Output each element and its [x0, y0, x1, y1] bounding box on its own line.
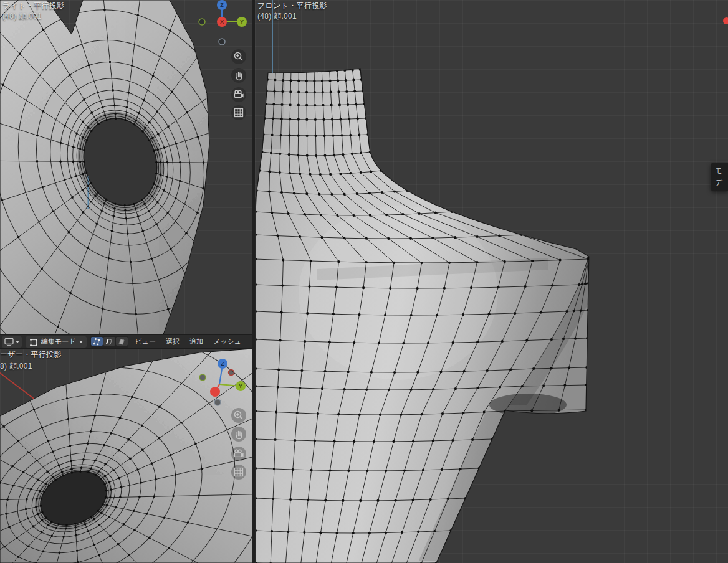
viewport-object-label: 8) 顔.001 [0, 361, 32, 372]
side-popup-item[interactable]: アク [715, 189, 728, 191]
viewport-pan-button[interactable] [231, 68, 246, 83]
viewport-grid-button[interactable] [231, 105, 246, 120]
pan-hand-icon [232, 69, 246, 82]
select-mode-group [90, 336, 128, 348]
viewport-view-label: ライト・平行投影 [2, 1, 64, 11]
viewport-view-label: フロント・平行投影 [257, 1, 327, 11]
side-popup-item[interactable]: モデ [715, 165, 728, 189]
navigation-gizmo[interactable]: Z X Y [190, 0, 252, 49]
axis-y-label: Y [239, 383, 242, 389]
dropdown-caret-icon [79, 341, 83, 343]
viewport-user-ortho[interactable]: ーザー・平行投影 8) 顔.001 Z Y [0, 349, 252, 563]
zoom-in-icon [232, 50, 246, 64]
viewport-grid-button[interactable] [231, 465, 246, 480]
viewport-camera-button[interactable] [231, 447, 246, 461]
navigation-gizmo[interactable]: Z Y [191, 356, 252, 409]
side-popup-menu: モデ アク [711, 163, 728, 191]
axis-x-handle-fragment[interactable] [723, 17, 728, 24]
menu-select[interactable]: 選択 [166, 337, 180, 346]
blender-window: ライト・平行投影 (48) 顔.001 Z X Y [0, 0, 728, 563]
dropdown-caret-icon [16, 341, 19, 343]
viewport-object-label: (48) 顔.001 [2, 11, 42, 22]
axis-neg-z-handle[interactable] [219, 39, 225, 45]
viewport-zoom-button[interactable] [231, 408, 246, 423]
grid-toggle-icon [232, 465, 246, 479]
viewport-zoom-button[interactable] [231, 49, 246, 64]
axis-neg-y-handle[interactable] [199, 19, 205, 25]
camera-view-icon [232, 88, 246, 102]
axis-y-label: Y [240, 19, 244, 25]
grid-toggle-icon [232, 106, 246, 120]
mesh-wireframe-front-view[interactable] [255, 0, 728, 563]
viewport-header: 編集モード [0, 334, 252, 349]
axis-x-label: X [220, 19, 224, 25]
axis-neg-z-handle[interactable] [214, 399, 221, 405]
zoom-in-icon [232, 409, 246, 422]
axis-neg-y-handle[interactable] [199, 374, 206, 381]
menu-mesh[interactable]: メッシュ [213, 337, 241, 346]
viewport-camera-button[interactable] [231, 87, 246, 102]
edge-select-icon [105, 337, 113, 346]
pan-hand-icon [232, 427, 246, 441]
viewport-view-label: ーザー・平行投影 [0, 349, 62, 360]
axis-neg-x-handle[interactable] [229, 370, 234, 376]
vertex-select-icon [92, 337, 101, 346]
mode-dropdown[interactable]: 編集モード [26, 336, 87, 348]
menu-view[interactable]: ビュー [135, 337, 156, 346]
menu-vertex[interactable]: 頂点 [251, 337, 252, 346]
camera-view-icon [232, 447, 246, 461]
edge-select-button[interactable] [103, 337, 115, 346]
mode-dropdown-label: 編集モード [41, 337, 76, 346]
editor-type-button[interactable] [2, 336, 22, 348]
viewport-right-ortho[interactable]: ライト・平行投影 (48) 顔.001 Z X Y [0, 0, 252, 334]
edit-mode-cube-icon [29, 338, 38, 346]
vertex-select-button[interactable] [91, 337, 103, 346]
menu-add[interactable]: 追加 [189, 337, 203, 346]
viewport-pan-button[interactable] [231, 427, 246, 442]
face-select-button[interactable] [116, 337, 128, 346]
mesh-wireframe-right-view[interactable] [0, 0, 252, 334]
viewport-divider[interactable] [252, 0, 255, 563]
axis-z-label: Z [220, 2, 224, 8]
face-select-icon [117, 337, 126, 346]
axis-z-label: Z [221, 361, 224, 367]
viewport-object-label: (48) 顔.001 [257, 11, 297, 22]
editor-type-icon [4, 338, 14, 346]
viewport-front-ortho[interactable]: フロント・平行投影 (48) 顔.001 [255, 0, 728, 563]
header-menus: ビュー 選択 追加 メッシュ 頂点 [135, 337, 252, 346]
axis-x-handle[interactable] [210, 387, 220, 397]
